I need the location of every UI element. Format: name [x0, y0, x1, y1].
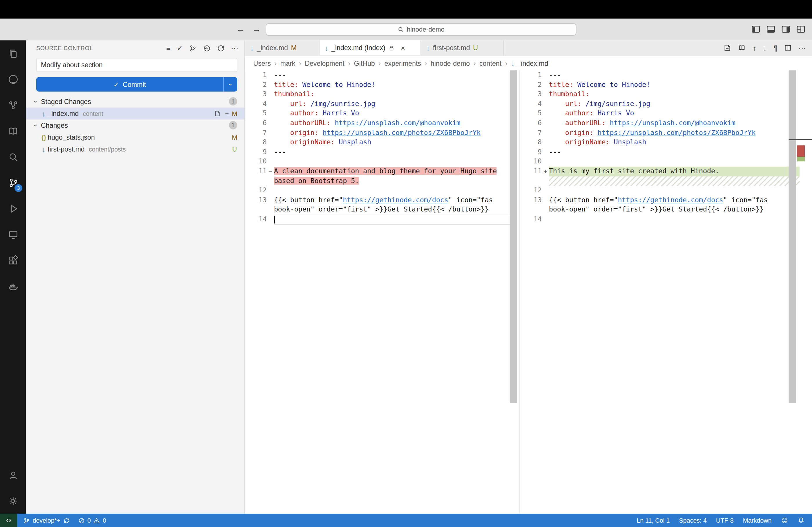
breadcrumb-item[interactable]: Development [305, 59, 345, 67]
search-view-icon[interactable] [0, 144, 26, 169]
more-actions-icon[interactable]: ⋯ [799, 44, 806, 52]
staged-changes-header[interactable]: › Staged Changes 1 [26, 95, 245, 107]
command-center-search[interactable]: hinode-demo [266, 23, 576, 36]
staged-file-row[interactable]: ↓ _index.md content − M [26, 107, 245, 119]
sync-icon[interactable] [63, 517, 70, 524]
commit-all-icon[interactable]: ✓ [177, 44, 183, 52]
breadcrumb-item[interactable]: mark [280, 59, 295, 67]
docker-icon[interactable] [0, 273, 26, 299]
breadcrumb-item[interactable]: content [479, 59, 502, 67]
run-debug-icon[interactable] [0, 196, 26, 221]
split-editor-icon[interactable] [784, 44, 792, 52]
code-line[interactable]: --- [549, 71, 799, 80]
code-line[interactable]: authorURL: https://unsplash.com/@hoanvok… [274, 119, 510, 128]
code-line[interactable]: author: Harris Vo [549, 109, 799, 119]
tab-index-md[interactable]: ↓ _index.md M [245, 40, 320, 55]
code-line[interactable]: author: Harris Vo [274, 109, 510, 119]
render-whitespace-icon[interactable]: ¶ [773, 44, 777, 52]
breadcrumb-item[interactable]: experiments [385, 59, 421, 67]
breadcrumb-item[interactable]: GitHub [354, 59, 375, 67]
view-changes-icon[interactable]: ≡ [166, 44, 171, 52]
code-line[interactable]: title: Welcome to Hinode! [274, 80, 510, 90]
extensions-icon[interactable] [0, 247, 26, 273]
code-line[interactable] [274, 157, 510, 167]
feedback-icon[interactable] [781, 517, 788, 524]
cursor-position[interactable]: Ln 11, Col 1 [637, 517, 670, 524]
language-mode[interactable]: Markdown [743, 517, 772, 524]
next-change-icon[interactable]: ↓ [763, 44, 767, 52]
code-line[interactable]: based on Bootstrap 5. [274, 176, 510, 186]
breadcrumb-item[interactable]: ↓ _index.md [511, 59, 548, 67]
code-line[interactable] [274, 215, 510, 224]
source-control-icon[interactable]: 3 [0, 170, 26, 196]
code-line[interactable]: book-open" order="first" >}}Get Started{… [274, 205, 510, 215]
tab-index-md-diff[interactable]: ↓ _index.md (Index) × [320, 40, 421, 55]
explorer-icon[interactable] [0, 40, 26, 66]
code-line[interactable]: --- [549, 147, 799, 157]
code-content[interactable]: ---title: Welcome to Hinode!thumbnail: u… [549, 71, 799, 514]
settings-gear-icon[interactable] [0, 488, 26, 514]
commit-button[interactable]: ✓ Commit › [36, 77, 237, 92]
open-changes-icon[interactable] [724, 44, 731, 52]
code-line[interactable]: {{< button href="https://gethinode.com/d… [549, 195, 799, 205]
code-line[interactable]: --- [274, 71, 510, 80]
code-line[interactable] [549, 186, 799, 195]
breadcrumb-item[interactable]: hinode-demo [431, 59, 470, 67]
code-line[interactable]: origin: https://unsplash.com/photos/ZX6B… [274, 128, 510, 138]
refresh-icon[interactable] [217, 44, 225, 52]
encoding[interactable]: UTF-8 [716, 517, 734, 524]
code-line[interactable] [274, 186, 510, 195]
code-line[interactable]: A clean documentation and blog theme for… [274, 167, 510, 176]
code-line[interactable]: title: Welcome to Hinode! [549, 80, 799, 90]
toggle-primary-sidebar-icon[interactable] [751, 24, 761, 34]
right-scrollbar-thumb[interactable] [789, 71, 796, 403]
indentation[interactable]: Spaces: 4 [679, 517, 707, 524]
code-line[interactable] [549, 176, 799, 186]
changed-file-row[interactable]: ↓ first-post.md content/posts U [26, 144, 245, 155]
forward-button[interactable]: → [252, 24, 261, 34]
code-line[interactable]: authorURL: https://unsplash.com/@hoanvok… [549, 119, 799, 128]
code-line[interactable]: thumbnail: [549, 90, 799, 99]
code-content[interactable]: ---title: Welcome to Hinode!thumbnail: u… [274, 71, 510, 514]
code-line[interactable]: thumbnail: [274, 90, 510, 99]
code-line[interactable]: originName: Unsplash [274, 138, 510, 147]
breadcrumb-item[interactable]: Users [253, 59, 271, 67]
github-icon[interactable] [0, 66, 26, 92]
changed-file-row[interactable]: { } hugo_stats.json M [26, 132, 245, 144]
code-line[interactable]: --- [274, 147, 510, 157]
changes-header[interactable]: › Changes 1 [26, 119, 245, 131]
previous-change-icon[interactable]: ↑ [753, 44, 756, 52]
unstage-icon[interactable]: − [225, 110, 229, 118]
code-line[interactable] [549, 215, 799, 224]
close-icon[interactable]: × [401, 44, 405, 52]
book-icon[interactable] [0, 118, 26, 144]
code-line[interactable]: origin: https://unsplash.com/photos/ZX6B… [549, 128, 799, 138]
customize-layout-icon[interactable] [796, 24, 806, 34]
left-scrollbar-thumb[interactable] [510, 71, 517, 403]
remote-explorer-icon[interactable] [0, 221, 26, 247]
code-line[interactable]: {{< button href="https://gethinode.com/d… [274, 195, 510, 205]
markdown-preview-icon[interactable] [738, 44, 746, 52]
create-branch-icon[interactable] [189, 44, 197, 52]
code-line[interactable]: originName: Unsplash [549, 138, 799, 147]
back-button[interactable]: ← [236, 24, 245, 34]
code-line[interactable]: url: /img/sunrise.jpg [274, 99, 510, 109]
commit-message-input[interactable] [36, 58, 237, 72]
references-icon[interactable] [0, 92, 26, 118]
remote-indicator[interactable] [0, 514, 17, 527]
toggle-panel-icon[interactable] [766, 24, 776, 34]
bell-icon[interactable] [798, 517, 805, 524]
branch-indicator[interactable]: develop*+ [23, 517, 70, 524]
tab-first-post-md[interactable]: ↓ first-post.md U [421, 40, 504, 55]
more-actions-icon[interactable]: ⋯ [231, 44, 238, 52]
commit-dropdown-button[interactable]: › [223, 77, 237, 92]
history-icon[interactable] [203, 44, 211, 52]
toggle-secondary-sidebar-icon[interactable] [781, 24, 791, 34]
open-file-icon[interactable] [214, 110, 221, 117]
code-line[interactable]: This is my first site created with Hinod… [549, 167, 799, 176]
account-icon[interactable] [0, 462, 26, 488]
code-line[interactable]: url: /img/sunrise.jpg [549, 99, 799, 109]
problems-indicator[interactable]: 0 0 [78, 517, 106, 524]
code-line[interactable]: book-open" order="first" >}}Get Started{… [549, 205, 799, 215]
code-line[interactable] [549, 157, 799, 167]
